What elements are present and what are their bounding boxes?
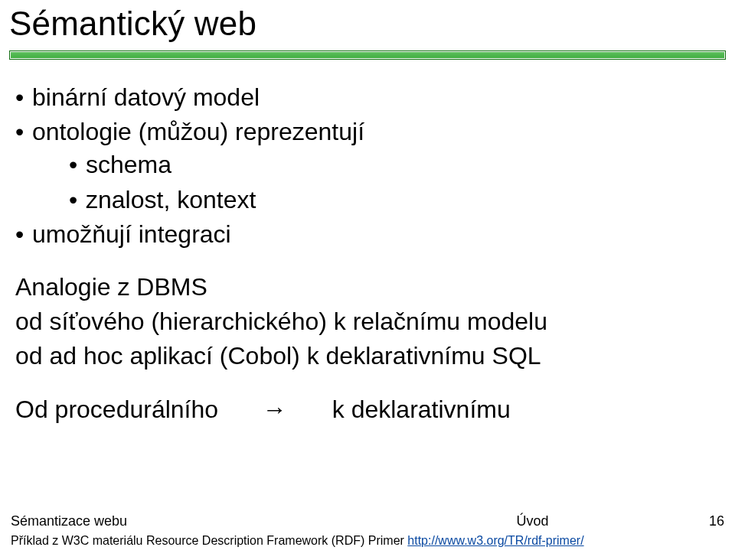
list-item: ontologie (můžou) reprezentují schema zn… [15,116,726,217]
footer-note: Příklad z W3C materiálu Resource Descrip… [11,534,724,548]
analogy-line: Analogie z DBMS [15,271,726,304]
bullet-list: binární datový model ontologie (můžou) r… [9,81,726,251]
list-item-text: ontologie (můžou) reprezentují [32,118,364,145]
title-divider-fill [11,52,724,58]
list-item-text: schema [86,151,172,178]
title-divider [9,50,726,60]
slide-title: Sémantický web [0,0,735,50]
footer-center: Úvod [387,513,678,529]
slide-body: binární datový model ontologie (můžou) r… [0,60,735,426]
footer-row: Sémantizace webu Úvod 16 [11,513,724,529]
list-item: schema [69,148,726,181]
list-item: binární datový model [15,81,726,114]
footer-note-text: Příklad z W3C materiálu Resource Descrip… [11,534,407,547]
list-item: znalost, kontext [69,184,726,217]
list-item: umožňují integraci [15,218,726,251]
footer-page-number: 16 [678,513,724,529]
footer-left: Sémantizace webu [11,513,387,529]
analogy-line: od síťového (hierarchického) k relačnímu… [15,305,726,338]
list-item-text: binární datový model [32,83,260,111]
arrow-left-text: Od procedurálního [15,396,218,423]
sub-bullet-list: schema znalost, kontext [32,148,726,216]
list-item-text: znalost, kontext [86,186,256,213]
list-item-text: umožňují integraci [32,220,231,248]
analogy-block: Analogie z DBMS od síťového (hierarchick… [9,271,726,373]
footer-link[interactable]: http://www.w3.org/TR/rdf-primer/ [407,534,583,547]
slide-footer: Sémantizace webu Úvod 16 Příklad z W3C m… [0,513,735,548]
analogy-line: od ad hoc aplikací (Cobol) k deklarativn… [15,340,726,373]
arrow-icon: → [259,393,291,426]
slide: Sémantický web binární datový model onto… [0,0,735,560]
arrow-right-text: k deklarativnímu [332,396,511,423]
arrow-row: Od procedurálního → k deklarativnímu [9,393,726,426]
